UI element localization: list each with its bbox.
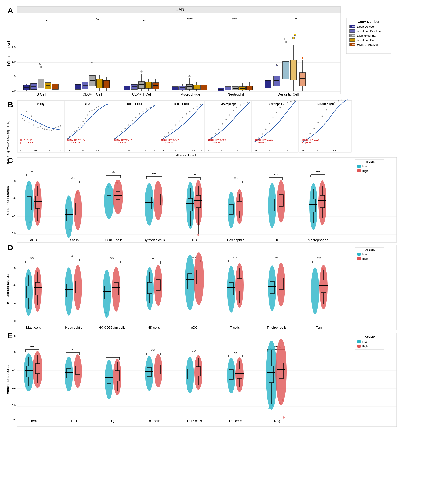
svg-point-249 (193, 108, 194, 109)
svg-text:Low: Low (362, 165, 367, 168)
svg-text:Mast cells: Mast cells (26, 325, 41, 329)
svg-point-281 (262, 133, 263, 135)
svg-rect-107 (225, 87, 231, 90)
svg-point-21 (39, 63, 41, 65)
svg-text:0.0: 0.0 (12, 232, 16, 235)
svg-point-262 (215, 133, 216, 134)
svg-text:***: *** (71, 177, 75, 181)
panel-b-x-label: Infiltration Level (172, 153, 196, 157)
svg-text:***: *** (110, 257, 114, 261)
svg-text:1.5: 1.5 (12, 45, 16, 49)
svg-point-380 (116, 182, 118, 184)
svg-rect-324 (357, 165, 361, 168)
svg-text:p = 8.02e-51: p = 8.02e-51 (255, 141, 268, 144)
svg-text:0.6: 0.6 (12, 283, 16, 287)
svg-point-486 (27, 274, 29, 276)
svg-point-199 (72, 133, 73, 135)
svg-text:0.0: 0.0 (255, 150, 257, 152)
svg-rect-613 (357, 345, 361, 348)
svg-point-303 (322, 116, 323, 117)
svg-text:High: High (362, 169, 368, 173)
svg-text:0.0: 0.0 (208, 150, 211, 152)
svg-rect-218 (111, 101, 158, 152)
svg-rect-468 (357, 252, 361, 256)
svg-text:High: High (362, 257, 368, 260)
panel-d-y-label: Enrichment scores (7, 275, 10, 304)
svg-text:CD4+ T Cell: CD4+ T Cell (132, 92, 152, 96)
svg-point-288 (287, 102, 288, 103)
svg-point-174 (29, 122, 30, 123)
svg-text:Th1 cells: Th1 cells (147, 419, 160, 423)
svg-text:T cells: T cells (230, 325, 240, 329)
svg-text:Dendritic Cell: Dendritic Cell (316, 103, 334, 106)
svg-rect-277 (252, 101, 298, 152)
svg-text:Tcm: Tcm (316, 325, 322, 329)
svg-text:cor = -0.394: cor = -0.394 (20, 139, 32, 141)
svg-rect-125 (265, 80, 271, 88)
svg-point-171 (22, 118, 23, 119)
svg-text:partial cor = 0.377: partial cor = 0.377 (114, 139, 132, 141)
svg-point-44 (91, 62, 93, 63)
panel-e-y-label: Enrichment scores (7, 365, 10, 395)
svg-text:pDC: pDC (191, 325, 198, 329)
svg-point-143 (293, 37, 295, 39)
svg-text:partial cor = 0.488: partial cor = 0.488 (208, 139, 226, 141)
svg-point-595 (322, 268, 324, 270)
svg-point-202 (78, 127, 79, 128)
svg-point-173 (26, 111, 27, 112)
svg-text:p = 8.08e-40: p = 8.08e-40 (20, 141, 33, 144)
svg-text:p = 8.90e-29: p = 8.90e-29 (67, 141, 80, 144)
svg-rect-70 (146, 82, 152, 88)
svg-text:Macrophages: Macrophages (308, 238, 328, 242)
svg-rect-84 (179, 86, 185, 90)
svg-text:DTYMK: DTYMK (365, 336, 375, 339)
svg-rect-169 (17, 101, 64, 152)
svg-text:B Cell: B Cell (84, 103, 91, 106)
svg-text:0.0: 0.0 (12, 89, 16, 92)
panel-a-y-label: Infiltration Level (7, 41, 11, 66)
svg-text:0.6: 0.6 (12, 196, 16, 199)
svg-point-224 (128, 125, 129, 126)
svg-text:B Cell: B Cell (37, 92, 46, 96)
panel-a-frame (17, 7, 341, 94)
svg-text:B cells: B cells (69, 238, 79, 242)
svg-point-149 (302, 57, 303, 59)
svg-point-183 (49, 130, 50, 131)
svg-rect-17 (38, 79, 44, 88)
svg-text:aDC: aDC (30, 238, 37, 242)
svg-point-209 (94, 109, 95, 110)
svg-text:***: *** (187, 17, 193, 22)
svg-text:0.25: 0.25 (20, 150, 24, 152)
svg-point-305 (330, 105, 331, 106)
svg-point-132 (276, 64, 278, 66)
svg-text:***: *** (274, 173, 278, 177)
svg-text:TFH: TFH (70, 419, 77, 423)
svg-text:***: *** (316, 171, 320, 174)
svg-point-362 (69, 229, 71, 230)
svg-text:TReg: TReg (272, 419, 280, 423)
svg-point-212 (100, 105, 102, 106)
svg-point-241 (164, 136, 166, 137)
svg-point-229 (146, 108, 147, 110)
svg-text:p = 6.55e-18: p = 6.55e-18 (114, 141, 127, 144)
svg-point-271 (247, 102, 248, 103)
svg-point-263 (219, 129, 220, 130)
svg-text:**: ** (142, 18, 146, 23)
svg-point-361 (67, 198, 69, 200)
svg-point-411 (197, 234, 199, 236)
svg-text:0.4: 0.4 (12, 214, 16, 217)
svg-point-725 (283, 417, 285, 419)
svg-rect-50 (103, 80, 110, 88)
svg-text:0.2: 0.2 (175, 150, 178, 152)
main-container: A LUAD Infiltration Level 0.0 0.5 1.0 1.… (0, 0, 439, 504)
svg-text:0.4: 0.4 (96, 150, 99, 152)
svg-text:Diploid/Normal: Diploid/Normal (357, 34, 376, 37)
svg-point-282 (265, 129, 267, 130)
svg-text:0.2: 0.2 (269, 150, 272, 152)
svg-point-175 (31, 116, 32, 117)
svg-text:-0.2: -0.2 (11, 417, 16, 420)
svg-point-264 (222, 123, 223, 125)
svg-point-208 (92, 110, 93, 111)
svg-text:0.2: 0.2 (12, 386, 16, 389)
svg-text:NK CD56dim cells: NK CD56dim cells (98, 325, 126, 329)
